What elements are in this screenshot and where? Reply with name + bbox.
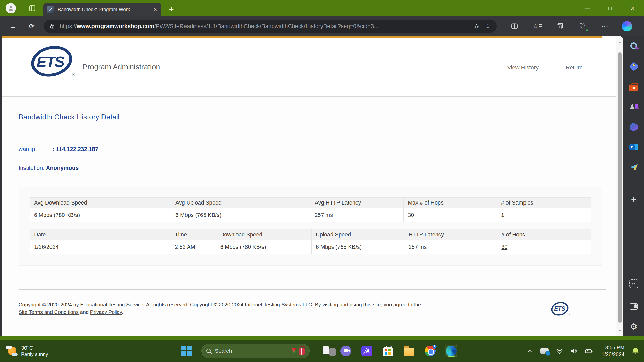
window-minimize-button[interactable]: —: [576, 0, 599, 16]
search-placeholder: Search: [215, 348, 291, 354]
tab-title: Bandwidth Check: Program Work: [58, 7, 151, 12]
page-scrollbar[interactable]: ▲ ▼: [616, 36, 623, 336]
system-tray: i 3:55 PM 1/26/2024: [526, 340, 640, 362]
scrollbar-down-icon[interactable]: ▼: [616, 329, 623, 333]
notification-bell-icon[interactable]: [631, 347, 640, 355]
app-window-icon[interactable]: [318, 345, 331, 357]
page-main: Bandwidth Check History Detail wan ip: 1…: [2, 97, 616, 336]
file-explorer-icon[interactable]: [403, 345, 415, 357]
screen: ✓ Bandwidth Check: Program Work ✕ + — □ …: [0, 0, 644, 362]
wan-ip-label: wan ip: [19, 146, 53, 153]
taskbar-clock[interactable]: 3:55 PM 1/26/2024: [601, 344, 624, 358]
search-festive-icon: [291, 347, 305, 355]
video-app-icon[interactable]: [340, 345, 352, 357]
header-links: View History Return: [507, 64, 583, 71]
address-bar[interactable]: https://www.programworkshop.com/PW2/Site…: [44, 20, 497, 33]
new-tab-button[interactable]: +: [169, 5, 174, 13]
scrollbar-thumb[interactable]: [618, 52, 622, 323]
url-text: https://www.programworkshop.com/PW2/Site…: [60, 23, 473, 30]
return-link[interactable]: Return: [566, 64, 583, 71]
chrome-icon[interactable]: R: [424, 345, 436, 357]
institution-row: Institution: Anonymous: [19, 165, 616, 171]
page-header: ETS ® Program Administration View Histor…: [2, 38, 616, 97]
sidebar-drop-icon[interactable]: [628, 162, 639, 173]
tray-chevron-icon[interactable]: [526, 348, 533, 354]
institution-value: Anonymous: [46, 165, 79, 171]
tab-close-icon[interactable]: ✕: [153, 7, 157, 12]
sidebar-games-icon[interactable]: ♟♜: [628, 101, 639, 112]
sidebar-settings-icon[interactable]: ⚙: [628, 321, 639, 332]
sidebar-outlook-icon[interactable]: [628, 141, 639, 153]
sidebar-panel-toggle-icon[interactable]: [628, 301, 639, 312]
workspaces-icon[interactable]: [28, 4, 36, 12]
divider: [19, 158, 589, 158]
copilot-icon[interactable]: [622, 21, 632, 31]
window-frame-bottom: [0, 336, 644, 340]
search-icon: [206, 349, 211, 353]
clock-date: 1/26/2024: [601, 351, 624, 358]
page-accent-bar: [2, 36, 602, 38]
history-header-row: Date Time Download Speed Upload Speed HT…: [30, 229, 591, 240]
refresh-button[interactable]: ⟳: [29, 23, 35, 30]
weather-widget[interactable]: 30°C Partly sunny: [6, 340, 48, 362]
sidebar-microsoft365-icon[interactable]: [628, 121, 639, 133]
settings-more-icon[interactable]: ⋯: [600, 21, 610, 31]
taskbar-center: Search ⧸A R: [180, 340, 457, 362]
favorite-star-icon[interactable]: ☆: [485, 22, 491, 30]
tab-favicon-icon: ✓: [47, 6, 54, 13]
back-button[interactable]: ←: [9, 23, 16, 30]
taskbar: 30°C Partly sunny Search ⧸A R: [0, 340, 644, 362]
battery-icon[interactable]: [584, 347, 593, 355]
clock-time: 3:55 PM: [601, 344, 624, 351]
edge-sidebar: ♟♜ + ✂ ⚙: [623, 36, 644, 336]
weather-condition: Partly sunny: [21, 351, 48, 357]
sidebar-divider: [627, 297, 640, 297]
browser-essentials-icon[interactable]: ♡: [578, 21, 587, 31]
read-aloud-icon[interactable]: A): [474, 23, 479, 29]
sidebar-tools-icon[interactable]: [628, 81, 639, 93]
window-close-button[interactable]: ✕: [621, 0, 644, 16]
summary-header-row: Avg Download Speed Avg Upload Speed Avg …: [30, 198, 591, 208]
sidebar-shopping-icon[interactable]: [628, 61, 639, 72]
tables-panel: Avg Download Speed Avg Upload Speed Avg …: [19, 187, 602, 266]
view-history-link[interactable]: View History: [507, 64, 539, 71]
page-title: Bandwidth Check History Detail: [19, 113, 616, 121]
sidebar-web-capture-icon[interactable]: ✂: [628, 278, 639, 289]
history-data-row: 1/26/2024 2:52 AM 6 Mbps (780 KB/s) 6 Mb…: [30, 240, 591, 254]
window-restore-button[interactable]: □: [599, 0, 621, 16]
wifi-icon[interactable]: [556, 347, 563, 355]
split-screen-icon[interactable]: [510, 21, 519, 31]
sidebar-search-icon[interactable]: [628, 40, 639, 51]
privacy-policy-link[interactable]: Privacy Policy: [90, 309, 122, 315]
microsoft-store-icon[interactable]: [382, 345, 394, 357]
taskbar-search[interactable]: Search: [201, 344, 310, 358]
ets-logo: ETS ®: [28, 45, 75, 78]
lock-icon: [49, 23, 55, 29]
profile-avatar-icon[interactable]: [6, 3, 16, 13]
summary-data-row: 6 Mbps (780 KB/s) 6 Mbps (765 KB/s) 257 …: [30, 208, 591, 222]
sidebar-add-icon[interactable]: +: [628, 194, 639, 205]
weather-icon: [6, 345, 18, 357]
browser-toolbar: ← ⟳ https://www.programworkshop.com/PW2/…: [0, 16, 644, 36]
window-controls: — □ ✕: [576, 0, 644, 16]
browser-titlebar: ✓ Bandwidth Check: Program Work ✕ + — □ …: [0, 0, 644, 16]
edge-active-indicator: [448, 356, 455, 357]
collections-icon[interactable]: [555, 21, 565, 31]
footer-divider: [19, 289, 606, 290]
app-name: Program Administration: [82, 63, 160, 71]
hops-detail-link[interactable]: 30: [501, 244, 507, 250]
scrollbar-up-icon[interactable]: ▲: [616, 40, 623, 44]
content-row: ETS ® Program Administration View Histor…: [0, 36, 644, 336]
favorites-icon[interactable]: ☆: [532, 21, 542, 31]
start-button[interactable]: [180, 345, 193, 357]
wan-ip-value: : 114.122.232.187: [53, 146, 98, 152]
onedrive-info-icon[interactable]: i: [540, 348, 549, 354]
footer-text: Copyright © 2020-2024 by Educational Tes…: [19, 301, 508, 316]
browser-tab[interactable]: ✓ Bandwidth Check: Program Work ✕: [43, 3, 161, 16]
dev-app-icon[interactable]: ⧸A: [361, 345, 373, 357]
edge-icon[interactable]: [445, 345, 457, 357]
site-terms-link[interactable]: Site Terms and Conditions: [19, 309, 79, 315]
volume-icon[interactable]: [570, 347, 578, 355]
weather-temperature: 30°C: [21, 345, 48, 351]
history-table: Date Time Download Speed Upload Speed HT…: [30, 229, 591, 254]
